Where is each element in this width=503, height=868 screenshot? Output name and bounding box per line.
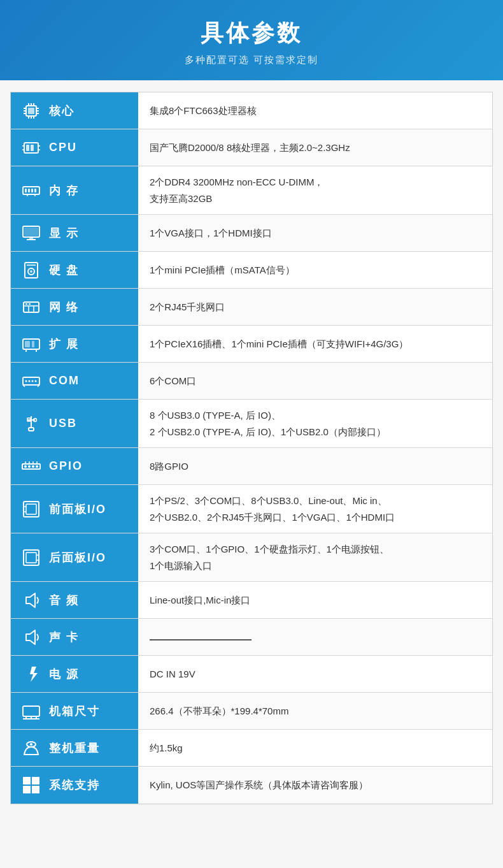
row-label-text-usb: USB xyxy=(49,417,77,430)
row-label-front-io: 前面板I/O xyxy=(11,485,138,533)
svg-rect-87 xyxy=(32,777,39,785)
row-value-content-com: 6个COM口 xyxy=(150,373,481,389)
row-value-soundcard xyxy=(138,619,492,655)
row-value-content-back-io: 3个COM口、1个GPIO、1个硬盘指示灯、1个电源按钮、1个电源输入口 xyxy=(150,541,481,574)
row-value-content-core: 集成8个FTC663处理器核 xyxy=(150,103,481,119)
specs-table: 核心集成8个FTC663处理器核 CPU国产飞腾D2000/8 8核处理器，主频… xyxy=(10,92,493,804)
svg-rect-29 xyxy=(24,228,38,236)
row-value-memory: 2个DDR4 3200MHz non-ECC U-DIMM，支持至高32GB xyxy=(138,166,492,214)
svg-rect-86 xyxy=(23,777,31,785)
usb-icon xyxy=(20,412,43,435)
row-label-text-com: COM xyxy=(49,374,80,387)
row-label-text-back-io: 后面板I/O xyxy=(49,550,106,565)
row-label-cpu: CPU xyxy=(11,129,138,166)
row-label-power: 电 源 xyxy=(11,656,138,692)
table-row-cpu: CPU国产飞腾D2000/8 8核处理器，主频2.0~2.3GHz xyxy=(11,129,492,166)
row-label-text-front-io: 前面板I/O xyxy=(49,502,106,517)
row-value-weight: 约1.5kg xyxy=(138,730,492,766)
core-icon xyxy=(20,99,43,122)
row-value-content-network: 2个RJ45千兆网口 xyxy=(150,299,481,315)
weight-icon xyxy=(20,737,43,760)
table-row-front-io: 前面板I/O1个PS/2、3个COM口、8个USB3.0、Line-out、Mi… xyxy=(11,485,492,533)
row-value-content-weight: 约1.5kg xyxy=(150,740,481,756)
table-row-network: 网 络2个RJ45千兆网口 xyxy=(11,289,492,326)
row-value-cpu: 国产飞腾D2000/8 8核处理器，主频2.0~2.3GHz xyxy=(138,129,492,166)
row-value-content-disk: 1个mini PCIe插槽（mSATA信号） xyxy=(150,262,481,278)
table-row-audio: 音 频Line-out接口,Mic-in接口 xyxy=(11,582,492,619)
row-label-memory: 内 存 xyxy=(11,166,138,214)
table-row-expand: 扩 展1个PCIeX16插槽、1个mini PCIe插槽（可支持WIFI+4G/… xyxy=(11,326,492,363)
row-value-com: 6个COM口 xyxy=(138,363,492,399)
row-label-text-memory: 内 存 xyxy=(49,183,79,198)
row-value-audio: Line-out接口,Mic-in接口 xyxy=(138,582,492,618)
gpio-icon xyxy=(20,455,43,478)
table-row-usb: USB8 个USB3.0 (TYPE-A, 后 IO)、2 个USB2.0 (T… xyxy=(11,400,492,448)
table-row-display: 显 示1个VGA接口，1个HDMI接口 xyxy=(11,215,492,252)
svg-rect-22 xyxy=(25,189,27,192)
svg-point-60 xyxy=(24,465,27,468)
power-icon xyxy=(20,663,43,686)
table-row-size: 机箱尺寸266.4（不带耳朵）*199.4*70mm xyxy=(11,693,492,730)
row-value-power: DC IN 19V xyxy=(138,656,492,692)
svg-rect-69 xyxy=(26,504,36,514)
row-label-text-expand: 扩 展 xyxy=(49,336,79,352)
page-header: 具体参数 多种配置可选 可按需求定制 xyxy=(0,0,503,80)
page-title: 具体参数 xyxy=(13,18,490,49)
row-label-text-gpio: GPIO xyxy=(49,459,83,473)
svg-rect-40 xyxy=(25,303,27,305)
svg-rect-23 xyxy=(28,189,30,192)
svg-rect-88 xyxy=(23,786,31,793)
row-label-back-io: 后面板I/O xyxy=(11,533,138,581)
svg-rect-89 xyxy=(32,786,39,793)
row-value-core: 集成8个FTC663处理器核 xyxy=(138,92,492,129)
row-value-usb: 8 个USB3.0 (TYPE-A, 后 IO)、2 个USB2.0 (TYPE… xyxy=(138,400,492,447)
row-value-content-front-io: 1个PS/2、3个COM口、8个USB3.0、Line-out、Mic in、2… xyxy=(150,493,481,525)
row-value-content-display: 1个VGA接口，1个HDMI接口 xyxy=(150,225,481,242)
front-icon xyxy=(20,498,43,521)
row-label-expand: 扩 展 xyxy=(11,326,138,362)
row-value-back-io: 3个COM口、1个GPIO、1个硬盘指示灯、1个电源按钮、1个电源输入口 xyxy=(138,533,492,581)
table-row-weight: 整机重量约1.5kg xyxy=(11,730,492,767)
svg-rect-43 xyxy=(25,341,30,347)
svg-point-50 xyxy=(32,380,34,382)
row-label-text-disk: 硬 盘 xyxy=(49,263,79,278)
svg-rect-1 xyxy=(28,108,34,114)
row-label-text-power: 电 源 xyxy=(49,667,79,682)
table-row-power: 电 源DC IN 19V xyxy=(11,656,492,693)
mem-icon xyxy=(20,179,43,202)
row-value-display: 1个VGA接口，1个HDMI接口 xyxy=(138,215,492,251)
row-value-content-memory: 2个DDR4 3200MHz non-ECC U-DIMM，支持至高32GB xyxy=(150,174,481,206)
display-icon xyxy=(20,222,43,245)
row-label-os: 系统支持 xyxy=(11,767,138,804)
table-row-os: 系统支持Kylin, UOS等国产操作系统（具体版本请咨询客服） xyxy=(11,767,492,804)
svg-rect-78 xyxy=(23,706,39,716)
audio-icon xyxy=(20,589,43,612)
net-icon xyxy=(20,296,43,319)
disk-icon xyxy=(20,259,43,282)
row-label-text-core: 核心 xyxy=(49,103,74,119)
svg-point-34 xyxy=(30,270,32,273)
row-label-text-network: 网 络 xyxy=(49,300,79,315)
row-value-content-audio: Line-out接口,Mic-in接口 xyxy=(150,592,481,609)
row-label-soundcard: 声 卡 xyxy=(11,619,138,655)
row-label-text-size: 机箱尺寸 xyxy=(49,704,100,719)
page-wrapper: 具体参数 多种配置可选 可按需求定制 核心集成8个FTC663处理器核 xyxy=(0,0,503,804)
row-value-gpio: 8路GPIO xyxy=(138,448,492,484)
row-value-content-gpio: 8路GPIO xyxy=(150,458,481,475)
svg-rect-25 xyxy=(34,189,36,192)
table-row-disk: 硬 盘1个mini PCIe插槽（mSATA信号） xyxy=(11,252,492,289)
cpu-icon xyxy=(20,136,43,159)
expand-icon xyxy=(20,333,43,356)
svg-marker-76 xyxy=(26,593,35,607)
svg-rect-16 xyxy=(31,145,34,151)
com-icon xyxy=(20,370,43,393)
row-value-content-cpu: 国产飞腾D2000/8 8核处理器，主频2.0~2.3GHz xyxy=(150,140,481,156)
page-subtitle: 多种配置可选 可按需求定制 xyxy=(13,54,490,66)
row-value-expand: 1个PCIeX16插槽、1个mini PCIe插槽（可支持WIFI+4G/3G） xyxy=(138,326,492,362)
svg-point-63 xyxy=(36,465,38,468)
svg-point-62 xyxy=(32,465,34,468)
row-value-content-usb: 8 个USB3.0 (TYPE-A, 后 IO)、2 个USB2.0 (TYPE… xyxy=(150,407,481,440)
svg-point-49 xyxy=(29,380,31,382)
size-icon xyxy=(20,700,43,723)
row-label-network: 网 络 xyxy=(11,289,138,325)
